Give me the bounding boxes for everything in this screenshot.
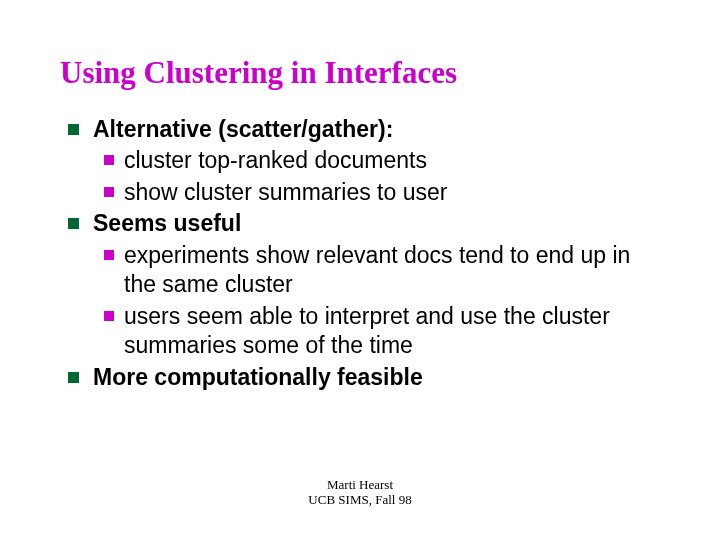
list-item: Alternative (scatter/gather): — [68, 115, 660, 144]
square-bullet-icon — [104, 311, 114, 321]
bullet-text: show cluster summaries to user — [124, 178, 447, 207]
square-bullet-icon — [68, 218, 79, 229]
bullet-text: cluster top-ranked documents — [124, 146, 427, 175]
list-item: More computationally feasible — [68, 363, 660, 392]
sub-list: experiments show relevant docs tend to e… — [68, 241, 660, 361]
footer-line: UCB SIMS, Fall 98 — [0, 492, 720, 508]
square-bullet-icon — [104, 187, 114, 197]
square-bullet-icon — [68, 372, 79, 383]
bullet-text: Alternative (scatter/gather): — [93, 115, 393, 144]
list-item: cluster top-ranked documents — [104, 146, 660, 175]
footer-line: Marti Hearst — [0, 477, 720, 493]
bullet-text: Seems useful — [93, 209, 241, 238]
bullet-text: users seem able to interpret and use the… — [124, 302, 660, 361]
list-item: experiments show relevant docs tend to e… — [104, 241, 660, 300]
bullet-text: experiments show relevant docs tend to e… — [124, 241, 660, 300]
bullet-text: More computationally feasible — [93, 363, 423, 392]
sub-list: cluster top-ranked documents show cluste… — [68, 146, 660, 207]
slide-footer: Marti Hearst UCB SIMS, Fall 98 — [0, 477, 720, 508]
square-bullet-icon — [104, 250, 114, 260]
list-item: Seems useful — [68, 209, 660, 238]
list-item: show cluster summaries to user — [104, 178, 660, 207]
list-item: users seem able to interpret and use the… — [104, 302, 660, 361]
slide-title: Using Clustering in Interfaces — [60, 55, 660, 91]
square-bullet-icon — [68, 124, 79, 135]
bullet-list: Alternative (scatter/gather): cluster to… — [60, 115, 660, 392]
square-bullet-icon — [104, 155, 114, 165]
